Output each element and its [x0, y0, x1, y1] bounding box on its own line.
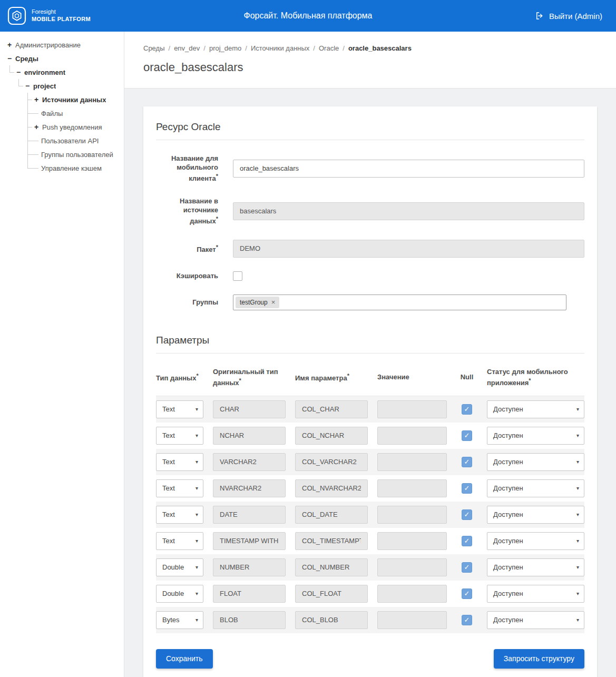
original-type-input — [213, 611, 286, 629]
chevron-down-icon: ▾ — [576, 512, 579, 517]
required-asterisk: * — [239, 377, 241, 384]
sidebar-item-label: Источники данных — [42, 96, 106, 104]
breadcrumb-link[interactable]: env_dev — [174, 44, 200, 52]
status-select[interactable]: Доступен▾ — [487, 558, 584, 576]
tree-indent — [14, 148, 23, 161]
sidebar-item[interactable]: −Среды — [0, 52, 124, 65]
collapse-minus-icon[interactable]: − — [14, 68, 23, 76]
breadcrumb-link[interactable]: proj_demo — [209, 44, 241, 52]
original-type-input — [213, 427, 286, 445]
column-header: Статус для мобильного приложения* — [487, 367, 584, 387]
null-checkbox[interactable]: ✓ — [462, 509, 472, 520]
sidebar: +Администрирование−Среды−environment−pro… — [0, 32, 124, 677]
data-type-select[interactable]: Text▾ — [156, 479, 203, 497]
breadcrumb-separator: / — [343, 44, 345, 52]
breadcrumb-link[interactable]: Источники данных — [251, 44, 309, 52]
cache-label: Кэшировать — [156, 271, 218, 280]
expand-plus-icon[interactable]: + — [5, 41, 14, 49]
chevron-down-icon: ▾ — [195, 512, 198, 517]
null-checkbox[interactable]: ✓ — [462, 588, 472, 599]
sidebar-item-label: Группы пользователей — [41, 151, 113, 159]
status-select[interactable]: Доступен▾ — [487, 585, 584, 603]
data-type-select[interactable]: Text▾ — [156, 400, 203, 418]
foresight-logo-icon — [7, 6, 26, 25]
null-checkbox[interactable]: ✓ — [462, 536, 472, 546]
tree-indent — [14, 106, 23, 120]
field-source-name: Название в источнике данных* — [156, 197, 584, 225]
params-section-title: Параметры — [156, 331, 584, 354]
status-select[interactable]: Доступен▾ — [487, 427, 584, 445]
status-select[interactable]: Доступен▾ — [487, 611, 584, 629]
null-checkbox[interactable]: ✓ — [462, 562, 472, 573]
sidebar-item[interactable]: −project — [0, 79, 124, 93]
sidebar-item-label: environment — [24, 68, 65, 76]
mobile-name-input[interactable] — [233, 160, 584, 178]
logout-button[interactable]: Выйти (Admin) — [535, 11, 616, 21]
null-checkbox[interactable]: ✓ — [462, 457, 472, 467]
param-name-input — [295, 532, 368, 550]
collapse-minus-icon[interactable]: − — [23, 82, 32, 90]
tree-connector-line — [32, 113, 38, 114]
group-tag: testGroup × — [236, 297, 279, 308]
data-type-select[interactable]: Text▾ — [156, 506, 203, 524]
null-checkbox[interactable]: ✓ — [462, 483, 472, 494]
tree-indent — [5, 148, 14, 161]
original-type-input — [213, 558, 286, 576]
data-type-select[interactable]: Text▾ — [156, 453, 203, 471]
status-select[interactable]: Доступен▾ — [487, 479, 584, 497]
status-select[interactable]: Доступен▾ — [487, 506, 584, 524]
sidebar-item[interactable]: Файлы — [0, 106, 124, 120]
data-type-select[interactable]: Text▾ — [156, 532, 203, 550]
column-header: Оригинальный тип данных* — [213, 367, 286, 387]
value-input — [377, 611, 447, 629]
request-structure-button[interactable]: Запросить структуру — [494, 649, 584, 669]
remove-tag-icon[interactable]: × — [271, 299, 276, 306]
status-select[interactable]: Доступен▾ — [487, 400, 584, 418]
data-type-select[interactable]: Double▾ — [156, 558, 203, 576]
null-checkbox[interactable]: ✓ — [462, 404, 472, 415]
save-button[interactable]: Сохранить — [156, 649, 213, 669]
param-name-input — [295, 479, 368, 497]
sidebar-item[interactable]: Группы пользователей — [0, 148, 124, 161]
sidebar-item[interactable]: −environment — [0, 65, 124, 79]
group-tag-label: testGroup — [240, 299, 268, 306]
groups-input[interactable]: testGroup × — [233, 295, 566, 310]
null-checkbox[interactable]: ✓ — [462, 615, 472, 625]
sidebar-item[interactable]: +Push уведомления — [0, 120, 124, 134]
status-select[interactable]: Доступен▾ — [487, 453, 584, 471]
value-input — [377, 453, 447, 471]
sidebar-item-label: Управление кэшем — [41, 164, 102, 172]
sidebar-item[interactable]: +Администрирование — [0, 38, 124, 52]
param-row: Text▾✓Доступен▾ — [156, 396, 584, 423]
breadcrumb-link[interactable]: Oracle — [319, 44, 339, 52]
expand-plus-icon[interactable]: + — [32, 95, 41, 104]
null-checkbox[interactable]: ✓ — [462, 430, 472, 441]
param-row: Text▾✓Доступен▾ — [156, 449, 584, 475]
sidebar-item[interactable]: Пользователи API — [0, 134, 124, 148]
chevron-down-icon: ▾ — [576, 564, 579, 570]
sidebar-item[interactable]: +Источники данных — [0, 93, 124, 106]
chevron-down-icon: ▾ — [576, 459, 579, 465]
param-row: Text▾✓Доступен▾ — [156, 423, 584, 449]
tree-branch-line — [23, 161, 32, 175]
data-type-select[interactable]: Text▾ — [156, 427, 203, 445]
mobile-name-label: Название для мобильного клиента* — [156, 154, 218, 183]
original-type-input — [213, 400, 286, 418]
collapse-minus-icon[interactable]: − — [5, 54, 14, 63]
groups-label: Группы — [156, 298, 218, 307]
data-type-select[interactable]: Double▾ — [156, 585, 203, 603]
app-logo[interactable]: Foresight MOBILE PLATFORM — [0, 6, 124, 25]
logo-text: Foresight MOBILE PLATFORM — [32, 8, 91, 23]
package-label: Пакет* — [156, 243, 218, 254]
sidebar-item[interactable]: Управление кэшем — [0, 161, 124, 175]
required-asterisk: * — [529, 377, 531, 384]
tree-branch-line — [23, 120, 32, 134]
param-row: Text▾✓Доступен▾ — [156, 528, 584, 554]
status-select[interactable]: Доступен▾ — [487, 532, 584, 550]
page-title: oracle_basescalars — [143, 61, 597, 74]
data-type-select[interactable]: Bytes▾ — [156, 611, 203, 629]
cache-checkbox[interactable] — [233, 271, 242, 281]
expand-plus-icon[interactable]: + — [32, 123, 41, 131]
breadcrumb-link[interactable]: Среды — [143, 44, 165, 52]
tree-indent — [14, 134, 23, 148]
